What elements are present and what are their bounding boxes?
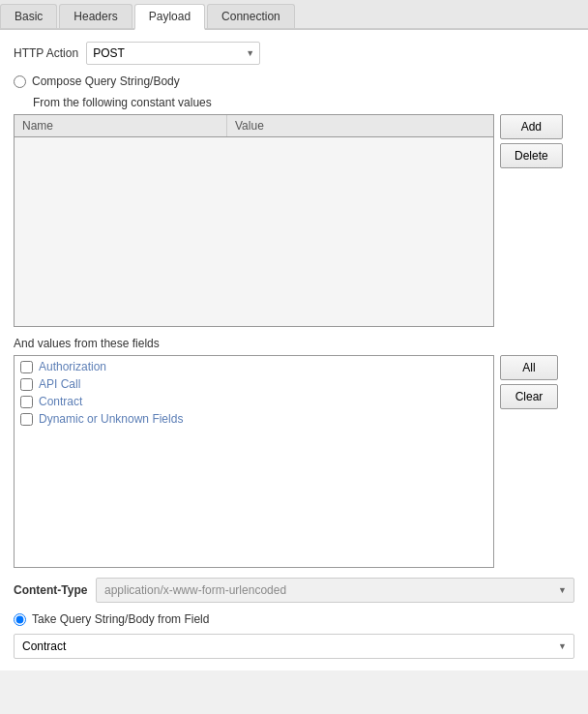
table-body — [15, 137, 493, 326]
content-type-label: Content-Type — [14, 583, 96, 597]
http-action-label: HTTP Action — [14, 46, 78, 60]
tab-basic[interactable]: Basic — [0, 4, 57, 28]
content-type-row: Content-Type application/x-www-form-urle… — [14, 578, 574, 603]
col-value: Value — [227, 115, 493, 136]
field-label-contract: Contract — [39, 395, 82, 408]
take-query-radio[interactable] — [14, 613, 26, 626]
delete-button[interactable]: Delete — [500, 143, 563, 168]
contract-select-wrapper: Contract — [14, 634, 574, 659]
field-item-dynamic: Dynamic or Unknown Fields — [20, 412, 487, 426]
main-content: HTTP Action POST Compose Query String/Bo… — [0, 30, 588, 670]
from-label: From the following constant values — [33, 96, 574, 109]
clear-button[interactable]: Clear — [500, 384, 558, 409]
tab-headers[interactable]: Headers — [59, 4, 132, 28]
take-query-label: Take Query String/Body from Field — [32, 612, 209, 626]
add-button[interactable]: Add — [500, 114, 563, 139]
content-type-select[interactable]: application/x-www-form-urlencoded — [96, 578, 574, 603]
table-header: Name Value — [15, 115, 493, 137]
compose-radio-label: Compose Query String/Body — [32, 74, 180, 88]
content-type-select-wrapper: application/x-www-form-urlencoded — [96, 578, 574, 603]
field-label-api-call: API Call — [39, 377, 80, 391]
col-name: Name — [15, 115, 227, 136]
all-button[interactable]: All — [500, 355, 558, 380]
constant-values-table: Name Value — [14, 114, 494, 327]
field-checkbox-api-call[interactable] — [20, 378, 33, 391]
tab-bar: Basic Headers Payload Connection — [0, 0, 588, 30]
field-checkbox-contract[interactable] — [20, 396, 33, 408]
field-checkbox-dynamic[interactable] — [20, 413, 33, 426]
field-checkbox-authorization[interactable] — [20, 361, 33, 373]
field-label-dynamic: Dynamic or Unknown Fields — [39, 412, 183, 426]
all-clear-buttons: All Clear — [500, 355, 558, 409]
field-item-contract: Contract — [20, 395, 487, 408]
contract-select[interactable]: Contract — [14, 634, 574, 659]
http-action-select[interactable]: POST — [86, 42, 260, 65]
field-item-api-call: API Call — [20, 377, 487, 391]
and-values-label: And values from these fields — [14, 337, 574, 350]
tab-connection[interactable]: Connection — [207, 4, 295, 28]
field-label-authorization: Authorization — [39, 360, 106, 373]
compose-radio[interactable] — [14, 75, 26, 88]
fields-container: Authorization API Call Contract Dynamic … — [14, 355, 494, 568]
tab-payload[interactable]: Payload — [134, 4, 205, 30]
http-action-select-wrapper: POST — [86, 42, 260, 65]
constant-values-area: Name Value Add Delete — [14, 114, 574, 327]
add-delete-buttons: Add Delete — [500, 114, 563, 168]
fields-area: Authorization API Call Contract Dynamic … — [14, 355, 574, 568]
http-action-row: HTTP Action POST — [14, 42, 574, 65]
compose-radio-row: Compose Query String/Body — [14, 74, 574, 88]
take-query-radio-row: Take Query String/Body from Field — [14, 612, 574, 626]
field-item-authorization: Authorization — [20, 360, 487, 373]
